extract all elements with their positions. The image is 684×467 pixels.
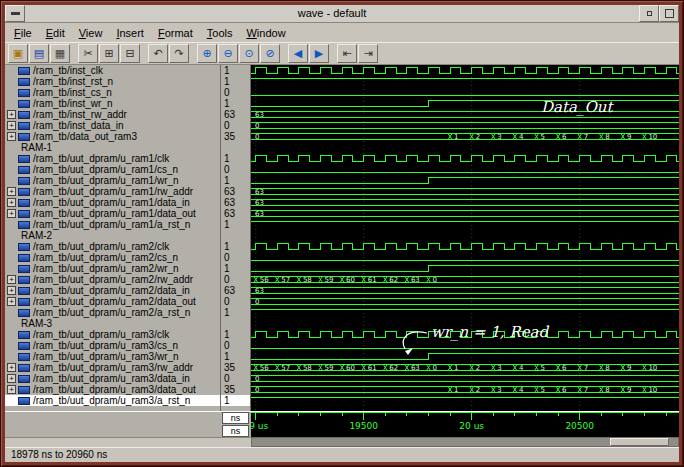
expand-icon[interactable]: + — [7, 187, 16, 196]
menu-format[interactable]: Format — [151, 25, 200, 41]
signal-row[interactable]: /ram_tb/inst_rst_n — [5, 76, 220, 87]
expand-icon[interactable]: + — [7, 110, 16, 119]
undo-button[interactable]: ↶ — [148, 44, 168, 63]
signal-icon — [18, 265, 30, 273]
signal-names-panel[interactable]: /ram_tb/inst_clk/ram_tb/inst_rst_n/ram_t… — [5, 65, 221, 411]
signal-value: 1 — [221, 153, 250, 164]
expand-icon[interactable]: + — [7, 198, 16, 207]
svg-text:5: 5 — [541, 133, 545, 141]
svg-text:63: 63 — [255, 210, 264, 218]
signal-row[interactable]: /ram_tb/uut_dpram/u_ram2/cs_n — [5, 252, 220, 263]
waveform-canvas[interactable]: 6300123456789106363635657585960616263063… — [251, 65, 679, 411]
save-button[interactable]: ▤ — [29, 44, 49, 63]
expand-icon[interactable]: + — [7, 209, 16, 218]
signal-row[interactable]: +/ram_tb/uut_dpram/u_ram2/data_out — [5, 296, 220, 307]
divider-row[interactable]: RAM-2 — [5, 230, 220, 241]
redo-button[interactable]: ↷ — [169, 44, 189, 63]
signal-row[interactable]: +/ram_tb/uut_dpram/u_ram1/rw_addr — [5, 186, 220, 197]
svg-text:9: 9 — [627, 133, 631, 141]
signal-row[interactable]: +/ram_tb/uut_dpram/u_ram3/data_out — [5, 384, 220, 395]
zoom-in-button[interactable]: ⊕ — [197, 44, 217, 63]
last-page-button[interactable]: ⇥ — [358, 44, 378, 63]
signal-row[interactable]: /ram_tb/inst_wr_n — [5, 98, 220, 109]
signal-row[interactable]: +/ram_tb/inst_data_in — [5, 120, 220, 131]
svg-text:10: 10 — [648, 386, 657, 394]
zoom-last-button[interactable]: ⊘ — [260, 44, 280, 63]
signal-row[interactable]: /ram_tb/uut_dpram/u_ram3/cs_n — [5, 340, 220, 351]
svg-text:7: 7 — [584, 364, 588, 372]
signal-row[interactable]: +/ram_tb/uut_dpram/u_ram2/rw_addr — [5, 274, 220, 285]
signal-row[interactable]: +/ram_tb/uut_dpram/u_ram1/data_in — [5, 197, 220, 208]
signal-row[interactable]: /ram_tb/uut_dpram/u_ram1/a_rst_n — [5, 219, 220, 230]
paste-button[interactable]: ⊟ — [120, 44, 140, 63]
signal-name: /ram_tb/inst_rst_n — [33, 76, 113, 87]
signal-name: /ram_tb/uut_dpram/u_ram2/cs_n — [33, 252, 178, 263]
signal-row[interactable]: /ram_tb/uut_dpram/u_ram1/clk — [5, 153, 220, 164]
signal-row[interactable]: /ram_tb/uut_dpram/u_ram2/clk — [5, 241, 220, 252]
expand-icon[interactable]: + — [7, 275, 16, 284]
expand-icon[interactable]: + — [7, 363, 16, 372]
divider-row[interactable]: RAM-1 — [5, 142, 220, 153]
signal-value — [221, 142, 250, 153]
last-page-icon: ⇥ — [363, 47, 372, 60]
maximize-button[interactable] — [659, 5, 679, 22]
signal-row[interactable]: /ram_tb/inst_clk — [5, 65, 220, 76]
cut-button[interactable]: ✂ — [78, 44, 98, 63]
svg-text:8: 8 — [605, 133, 609, 141]
open-button[interactable]: ▣ — [8, 44, 28, 63]
next-transition-button[interactable]: ▶ — [309, 44, 329, 63]
title-bar[interactable]: wave - default — [5, 5, 679, 23]
signal-row[interactable]: +/ram_tb/uut_dpram/u_ram3/data_in — [5, 373, 220, 384]
zoom-full-button[interactable]: ⊙ — [239, 44, 259, 63]
expand-icon[interactable]: + — [7, 374, 16, 383]
timeline-ruler[interactable]: 19 us1950020 us20500 — [251, 412, 679, 437]
expand-icon[interactable]: + — [7, 385, 16, 394]
signal-row[interactable]: /ram_tb/uut_dpram/u_ram1/cs_n — [5, 164, 220, 175]
scrollbar-trough[interactable] — [251, 437, 679, 447]
signal-row[interactable]: +/ram_tb/uut_dpram/u_ram3/rw_addr — [5, 362, 220, 373]
signal-row[interactable]: /ram_tb/uut_dpram/u_ram2/a_rst_n — [5, 307, 220, 318]
scrollbar-thumb[interactable] — [610, 438, 670, 446]
main-area: /ram_tb/inst_clk/ram_tb/inst_rst_n/ram_t… — [5, 65, 679, 411]
horizontal-scrollbar — [5, 437, 679, 447]
menu-edit[interactable]: Edit — [39, 25, 72, 41]
signal-row[interactable]: +/ram_tb/uut_dpram/u_ram1/data_out — [5, 208, 220, 219]
menu-file[interactable]: File — [7, 25, 39, 41]
expand-icon[interactable]: + — [7, 286, 16, 295]
menu-tools[interactable]: Tools — [200, 25, 240, 41]
open-icon: ▣ — [13, 47, 23, 60]
menu-window[interactable]: Window — [239, 25, 292, 41]
expand-icon[interactable]: + — [7, 132, 16, 141]
first-page-button[interactable]: ⇤ — [337, 44, 357, 63]
zoom-last-icon: ⊘ — [265, 47, 274, 60]
signal-row[interactable]: /ram_tb/uut_dpram/u_ram3/clk — [5, 329, 220, 340]
signal-row[interactable]: +/ram_tb/data_out_ram3 — [5, 131, 220, 142]
prev-transition-button[interactable]: ◀ — [288, 44, 308, 63]
divider-row[interactable]: RAM-3 — [5, 318, 220, 329]
minimize-icon — [647, 11, 652, 16]
svg-text:57: 57 — [281, 364, 290, 372]
signal-name: /ram_tb/uut_dpram/u_ram1/rw_addr — [33, 186, 193, 197]
menu-view[interactable]: View — [72, 25, 110, 41]
signal-name: /ram_tb/inst_cs_n — [33, 87, 112, 98]
copy-button[interactable]: ⊞ — [99, 44, 119, 63]
minimize-button[interactable] — [639, 5, 659, 22]
expand-icon[interactable]: + — [7, 297, 16, 306]
signal-row[interactable]: /ram_tb/uut_dpram/u_ram3/wr_n — [5, 351, 220, 362]
copy-icon: ⊞ — [104, 47, 113, 60]
expand-icon[interactable]: + — [7, 121, 16, 130]
svg-text:59: 59 — [325, 276, 334, 284]
signal-row[interactable]: /ram_tb/inst_cs_n — [5, 87, 220, 98]
signal-row[interactable]: /ram_tb/uut_dpram/u_ram2/wr_n — [5, 263, 220, 274]
zoom-out-button[interactable]: ⊖ — [218, 44, 238, 63]
signal-row[interactable]: +/ram_tb/uut_dpram/u_ram2/data_in — [5, 285, 220, 296]
undo-icon: ↶ — [153, 47, 162, 60]
signal-row[interactable]: /ram_tb/uut_dpram/u_ram3/a_rst_n — [5, 395, 220, 406]
print-button[interactable]: ▦ — [50, 44, 70, 63]
signal-value: 0 — [221, 340, 250, 351]
signal-row[interactable]: +/ram_tb/inst_rw_addr — [5, 109, 220, 120]
signal-row[interactable]: /ram_tb/uut_dpram/u_ram1/wr_n — [5, 175, 220, 186]
menu-insert[interactable]: Insert — [109, 25, 151, 41]
window-menu-button[interactable] — [5, 5, 25, 22]
signal-icon — [18, 177, 30, 185]
